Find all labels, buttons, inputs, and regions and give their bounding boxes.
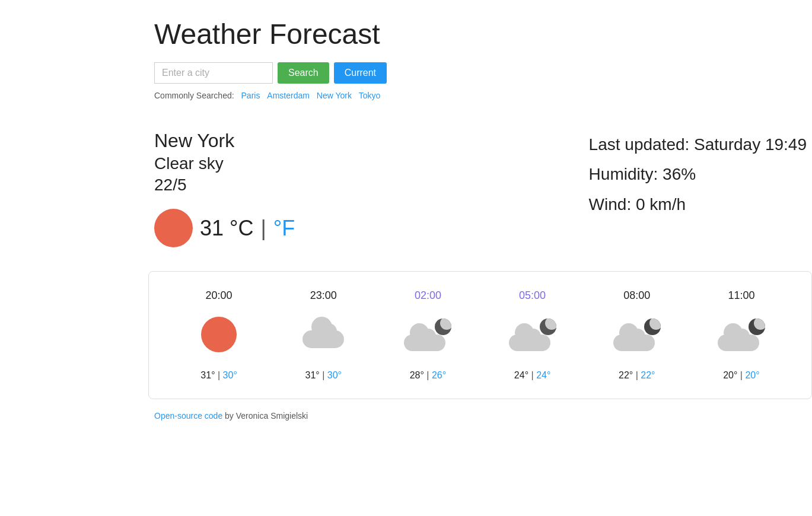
temp-row: 31 °C | °F bbox=[154, 209, 295, 247]
common-searches: Commonly Searched: Paris Amsterdam New Y… bbox=[154, 91, 812, 100]
hourly-col-0: 20:00 31° | 30° bbox=[167, 289, 271, 381]
search-bar: Search Current bbox=[154, 62, 812, 84]
page-title: Weather Forecast bbox=[154, 18, 812, 50]
common-search-amsterdam[interactable]: Amsterdam bbox=[267, 91, 310, 100]
search-button[interactable]: Search bbox=[278, 62, 329, 84]
hour-time-4: 08:00 bbox=[623, 289, 650, 302]
footer-text: by Veronica Smigielski bbox=[222, 411, 308, 421]
hour-lo-5: 20° bbox=[745, 370, 759, 380]
hour-hi-1: 31° bbox=[305, 370, 320, 380]
hour-temps-4: 22° | 22° bbox=[619, 370, 655, 381]
current-button[interactable]: Current bbox=[334, 62, 387, 84]
hour-temps-2: 28° | 26° bbox=[410, 370, 446, 381]
weather-left: New York Clear sky 22/5 31 °C | °F bbox=[154, 130, 295, 247]
hourly-grid: 20:00 31° | 30° 23:00 bbox=[167, 289, 794, 381]
hour-hi-3: 24° bbox=[514, 370, 528, 380]
footer-link[interactable]: Open-source code bbox=[154, 411, 222, 421]
humidity: Humidity: 36% bbox=[589, 160, 807, 189]
hour-temps-0: 31° | 30° bbox=[200, 370, 237, 381]
city-name: New York bbox=[154, 130, 295, 152]
hour-lo-0: 30° bbox=[223, 370, 237, 380]
last-updated: Last updated: Saturday 19:49 bbox=[589, 130, 807, 160]
hour-icon-1 bbox=[300, 311, 347, 358]
hour-hi-2: 28° bbox=[410, 370, 424, 380]
hour-time-0: 20:00 bbox=[206, 289, 233, 302]
hour-temps-1: 31° | 30° bbox=[305, 370, 342, 381]
sun-icon bbox=[154, 209, 193, 247]
hour-icon-4 bbox=[613, 311, 661, 358]
hour-temps-3: 24° | 24° bbox=[514, 370, 550, 381]
weather-description: Clear sky bbox=[154, 154, 295, 173]
hour-time-1: 23:00 bbox=[310, 289, 337, 302]
hour-lo-3: 24° bbox=[536, 370, 550, 380]
common-searches-label: Commonly Searched: bbox=[154, 91, 234, 100]
footer: Open-source code by Veronica Smigielski bbox=[154, 411, 812, 432]
hour-lo-1: 30° bbox=[327, 370, 342, 380]
hour-time-2: 02:00 bbox=[415, 289, 441, 302]
cloud-icon bbox=[302, 321, 344, 348]
search-input[interactable] bbox=[154, 62, 273, 84]
hour-icon-0 bbox=[195, 311, 243, 358]
temperature-celsius[interactable]: 31 °C bbox=[200, 216, 253, 241]
cloud-moon-icon bbox=[404, 318, 451, 351]
hour-lo-2: 26° bbox=[432, 370, 446, 380]
cloud-moon-dark-icon-2 bbox=[718, 318, 765, 351]
hourly-section: 20:00 31° | 30° 23:00 bbox=[148, 271, 812, 399]
sun-icon-small bbox=[201, 317, 237, 352]
common-search-paris[interactable]: Paris bbox=[241, 91, 260, 100]
temp-separator: | bbox=[260, 216, 266, 241]
cloud-moon-dark-icon bbox=[613, 318, 661, 351]
hour-time-5: 11:00 bbox=[728, 289, 754, 302]
weather-main: New York Clear sky 22/5 31 °C | °F Last … bbox=[154, 118, 807, 271]
common-search-newyork[interactable]: New York bbox=[317, 91, 352, 100]
hourly-col-5: 11:00 20° | 20° bbox=[689, 289, 794, 381]
cloud-moon-icon-2 bbox=[509, 318, 556, 351]
wind: Wind: 0 km/h bbox=[589, 190, 807, 219]
hourly-col-1: 23:00 31° | 30° bbox=[271, 289, 375, 381]
hour-icon-3 bbox=[509, 311, 556, 358]
hourly-col-4: 08:00 22° | 22° bbox=[585, 289, 689, 381]
hour-time-3: 05:00 bbox=[519, 289, 546, 302]
common-search-tokyo[interactable]: Tokyo bbox=[359, 91, 381, 100]
hour-icon-2 bbox=[404, 311, 451, 358]
hourly-col-3: 05:00 24° | 24° bbox=[480, 289, 585, 381]
hourly-col-2: 02:00 28° | 26° bbox=[375, 289, 480, 381]
hour-temps-5: 20° | 20° bbox=[723, 370, 759, 381]
hour-hi-4: 22° bbox=[619, 370, 633, 380]
hour-hi-5: 20° bbox=[723, 370, 737, 380]
hour-lo-4: 22° bbox=[641, 370, 655, 380]
hour-icon-5 bbox=[718, 311, 765, 358]
hour-hi-0: 31° bbox=[200, 370, 215, 380]
weather-right: Last updated: Saturday 19:49 Humidity: 3… bbox=[589, 130, 807, 219]
weather-date: 22/5 bbox=[154, 176, 295, 195]
temperature-fahrenheit[interactable]: °F bbox=[273, 216, 295, 241]
